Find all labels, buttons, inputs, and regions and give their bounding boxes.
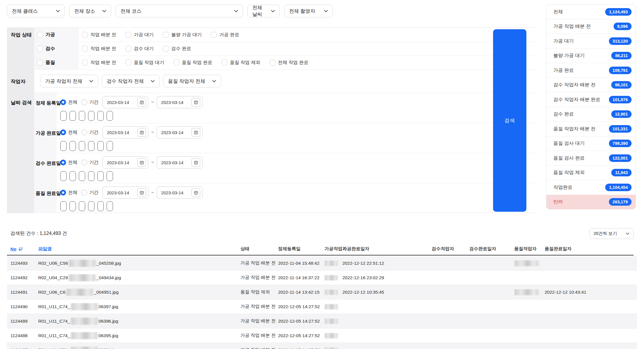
sidebar-count-item[interactable]: 검수 작업자 배분 전 98,101	[546, 78, 636, 92]
quick-range-button[interactable]	[60, 111, 67, 121]
quick-range-button[interactable]	[88, 111, 94, 121]
top-filter-dropdown-3[interactable]: 전체 날씨	[247, 5, 280, 17]
quick-range-button[interactable]	[88, 171, 94, 181]
sidebar-count-item[interactable]: 불량 가공 대기 86,211	[546, 48, 636, 63]
checkbox[interactable]	[37, 32, 43, 38]
table-row[interactable]: 1124487R01_U11_C74_06394.jpg가공 작업 배분 전20…	[7, 343, 637, 349]
calendar-icon[interactable]	[137, 128, 146, 137]
sidebar-count-item[interactable]: 품질 검사 완료 122,001	[546, 151, 636, 165]
worker-dropdown-0[interactable]: 가공 작업자 전체	[40, 75, 98, 87]
status-group-checkbox[interactable]: 검수	[37, 45, 55, 52]
calendar-icon[interactable]	[137, 98, 146, 107]
calendar-icon[interactable]	[191, 128, 200, 137]
top-filter-dropdown-2[interactable]: 전체 코스	[116, 5, 243, 17]
quick-range-button[interactable]	[107, 201, 113, 211]
quick-range-button[interactable]	[97, 111, 104, 121]
status-option-checkbox[interactable]: 품질 작업 제외	[222, 60, 260, 66]
status-option-checkbox[interactable]: 불량 가공 대기	[163, 32, 202, 38]
sidebar-count-item[interactable]: 가공 작업 배분 전 8,096	[546, 19, 636, 34]
top-filter-dropdown-1[interactable]: 전체 장소	[69, 5, 111, 17]
date-to-input[interactable]: 2023-03-14	[157, 126, 202, 138]
radio-all[interactable]: 전체	[60, 160, 77, 166]
checkbox[interactable]	[82, 46, 88, 52]
radio-all[interactable]: 전체	[60, 129, 77, 136]
radio-selected-dot[interactable]	[60, 190, 66, 195]
status-option-checkbox[interactable]: 전체 작업 완료	[270, 60, 309, 66]
status-group-checkbox[interactable]: 가공	[37, 32, 55, 38]
quick-range-button[interactable]	[97, 171, 104, 181]
radio-unselected-dot[interactable]	[81, 190, 87, 195]
radio-range[interactable]: 기간	[81, 190, 98, 196]
checkbox[interactable]	[222, 60, 227, 65]
checkbox[interactable]	[82, 32, 88, 38]
radio-unselected-dot[interactable]	[81, 99, 87, 105]
radio-selected-dot[interactable]	[60, 160, 66, 165]
quick-range-button[interactable]	[88, 141, 94, 151]
radio-range[interactable]: 기간	[81, 160, 98, 166]
calendar-icon[interactable]	[191, 98, 200, 107]
quick-range-button[interactable]	[107, 171, 113, 181]
worker-dropdown-2[interactable]: 품질 작업자 전체	[163, 75, 221, 87]
radio-all[interactable]: 전체	[60, 99, 77, 105]
table-row[interactable]: 1124489R01_U11_C74_06396.jpg가공 작업 배분 전20…	[7, 314, 637, 328]
page-size-dropdown[interactable]: 20건씩 보기	[590, 228, 634, 239]
checkbox[interactable]	[163, 46, 169, 52]
table-row[interactable]: 1124490R01_U11_C74_06397.jpg가공 작업 배분 전20…	[7, 299, 637, 314]
checkbox[interactable]	[270, 60, 276, 65]
quick-range-button[interactable]	[70, 111, 76, 121]
quick-range-button[interactable]	[70, 141, 76, 151]
quick-range-button[interactable]	[79, 141, 85, 151]
checkbox[interactable]	[125, 46, 131, 52]
quick-range-button[interactable]	[70, 201, 76, 211]
radio-all[interactable]: 전체	[60, 190, 77, 196]
table-row[interactable]: 1124492R02_U04_C29_049434.jpg가공 작업 배분 전2…	[7, 271, 637, 285]
date-from-input[interactable]: 2023-03-14	[103, 187, 148, 199]
sidebar-count-item[interactable]: 품질 작업자 배분 전 101,331	[546, 121, 636, 136]
status-option-checkbox[interactable]: 품질 작업 완료	[174, 60, 212, 66]
sidebar-count-item[interactable]: 가공 대기 313,120	[546, 34, 636, 48]
date-from-input[interactable]: 2023-03-14	[103, 126, 148, 138]
status-option-checkbox[interactable]: 작업 배분 전	[82, 32, 116, 38]
calendar-icon[interactable]	[137, 158, 146, 167]
table-row[interactable]: 1124488R01_U11_C74_06395.jpg가공 작업 배분 전20…	[7, 328, 637, 343]
status-option-checkbox[interactable]: 가공 완료	[211, 32, 239, 38]
table-row[interactable]: 1124491R02_U06_C6_004951.jpg품질 작업 제외2022…	[7, 285, 637, 299]
date-from-input[interactable]: 2023-03-14	[103, 156, 148, 169]
quick-range-button[interactable]	[97, 141, 104, 151]
checkbox[interactable]	[163, 32, 169, 38]
sidebar-count-item[interactable]: 검수 작업자 배분 완료 101,976	[546, 92, 636, 107]
radio-unselected-dot[interactable]	[81, 129, 87, 135]
status-option-checkbox[interactable]: 검수 대기	[125, 46, 154, 52]
sidebar-count-item-rejected[interactable]: 반려 263,179	[546, 195, 636, 209]
quick-range-button[interactable]	[107, 141, 113, 151]
calendar-icon[interactable]	[191, 158, 200, 167]
radio-unselected-dot[interactable]	[81, 160, 87, 165]
top-filter-dropdown-0[interactable]: 전체 클래스	[7, 5, 65, 17]
date-from-input[interactable]: 2023-03-14	[103, 96, 148, 108]
search-button[interactable]: 검색	[493, 29, 526, 212]
radio-selected-dot[interactable]	[60, 99, 66, 105]
sidebar-count-item[interactable]: 품질 작업 제외 11,943	[546, 165, 636, 180]
status-option-checkbox[interactable]: 품질 작업 대기	[125, 60, 164, 66]
top-filter-dropdown-4[interactable]: 전체 촬영자	[284, 5, 333, 17]
quick-range-button[interactable]	[60, 141, 67, 151]
sort-descending-icon[interactable]	[18, 246, 23, 252]
date-to-input[interactable]: 2023-03-14	[157, 156, 202, 169]
status-option-checkbox[interactable]: 작업 배분 전	[82, 46, 116, 52]
quick-range-button[interactable]	[79, 201, 85, 211]
quick-range-button[interactable]	[60, 171, 67, 181]
radio-range[interactable]: 기간	[81, 129, 98, 136]
checkbox[interactable]	[174, 60, 179, 65]
date-to-input[interactable]: 2023-03-14	[157, 187, 202, 199]
quick-range-button[interactable]	[97, 201, 104, 211]
status-option-checkbox[interactable]: 작업 배분 전	[82, 60, 116, 66]
radio-range[interactable]: 기간	[81, 99, 98, 105]
status-option-checkbox[interactable]: 검수 완료	[163, 46, 191, 52]
checkbox[interactable]	[37, 46, 43, 52]
sidebar-count-item[interactable]: 전체 1,124,493	[546, 5, 636, 19]
column-header-filename[interactable]: 파일명	[38, 246, 240, 252]
worker-dropdown-1[interactable]: 검수 작업자 전체	[102, 75, 160, 87]
checkbox[interactable]	[82, 60, 88, 65]
checkbox[interactable]	[37, 60, 43, 65]
sidebar-count-item[interactable]: 가공 완료 109,791	[546, 63, 636, 78]
